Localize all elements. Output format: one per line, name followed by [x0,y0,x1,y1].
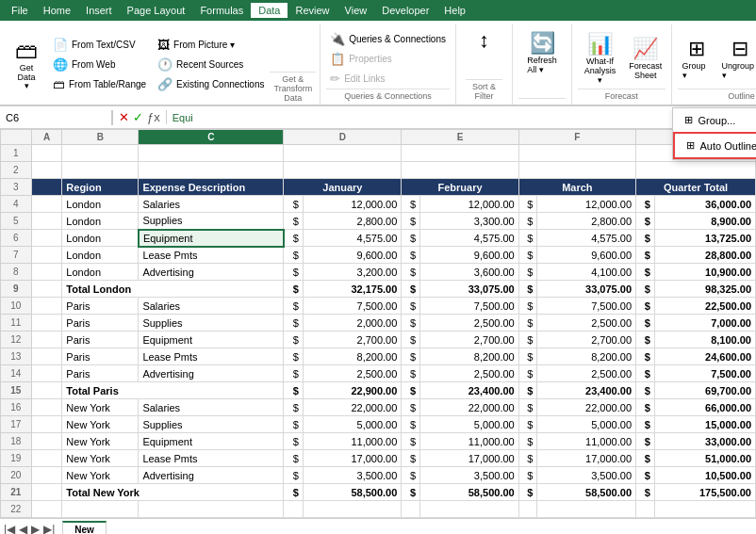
tab-prev-btn[interactable]: ◀ [19,523,27,535]
cell-g12[interactable]: 8,100.00 [654,332,755,348]
cell-g5[interactable]: 8,900.00 [654,213,755,230]
sheet-tab-new[interactable]: New [62,521,107,534]
cell-c19[interactable]: Lease Pmts [139,450,284,467]
cell-a9[interactable] [31,281,62,298]
cell-d3[interactable]: January [284,179,402,196]
cell-e13[interactable]: 8,200.00 [420,348,519,365]
cell-a15[interactable] [31,382,62,399]
col-header-f[interactable]: F [518,130,635,145]
get-data-button[interactable]: 🗃 GetData ▾ [9,35,43,95]
cell-c18[interactable]: Equipment [139,433,284,450]
menu-item-insert[interactable]: Insert [78,3,120,18]
cell-f13-dollar[interactable]: $ [518,348,537,365]
cell-b6[interactable]: London [62,230,139,247]
cell-d20[interactable]: 3,500.00 [303,467,402,484]
cell-g14[interactable]: 7,500.00 [654,365,755,382]
cell-b3[interactable]: Region [62,179,139,196]
formula-input[interactable]: Equi [167,110,756,125]
cell-e20[interactable]: 3,500.00 [420,467,519,484]
col-header-c[interactable]: C [139,130,284,145]
cell-e1[interactable] [402,145,518,162]
cell-c17[interactable]: Supplies [139,416,284,433]
cell-f22[interactable] [518,501,537,518]
cell-f21[interactable]: 58,500.00 [537,484,636,501]
menu-item-review[interactable]: Review [288,3,337,18]
menu-item-formulas[interactable]: Formulas [192,3,251,18]
col-header-b[interactable]: B [62,130,139,145]
cell-e14[interactable]: 2,500.00 [420,365,519,382]
cell-d9[interactable]: 32,175.00 [303,281,402,298]
cell-e6[interactable]: 4,575.00 [420,230,519,247]
cell-f6-dollar[interactable]: $ [518,230,537,247]
cell-c16[interactable]: Salaries [139,399,284,416]
cell-f11-dollar[interactable]: $ [518,315,537,332]
cell-g21[interactable]: 175,500.00 [654,484,755,501]
auto-outline-menu-item[interactable]: ⊞ Auto Outline [673,132,756,159]
cell-g22b[interactable] [654,501,755,518]
cell-c12[interactable]: Equipment [139,332,284,348]
cell-c7[interactable]: Lease Pmts [139,247,284,264]
existing-connections-button[interactable]: 🔗 Existing Connections [154,75,268,93]
cell-d12[interactable]: 2,700.00 [303,332,402,348]
cell-e6-dollar[interactable]: $ [402,230,420,247]
cell-e16-dollar[interactable]: $ [402,399,420,416]
cell-b20[interactable]: New York [62,467,139,484]
cell-a19[interactable] [31,450,62,467]
cell-b19[interactable]: New York [62,450,139,467]
cell-e5[interactable]: 3,300.00 [420,213,519,230]
cell-f18-dollar[interactable]: $ [518,433,537,450]
cell-f4[interactable]: 12,000.00 [537,196,636,213]
cell-e18[interactable]: 11,000.00 [420,433,519,450]
cell-g21-dollar[interactable]: $ [636,484,655,501]
cell-f1[interactable] [518,145,635,162]
properties-button[interactable]: 📋 Properties [326,50,450,68]
cell-f8[interactable]: 4,100.00 [537,264,636,281]
cell-g17[interactable]: 15,000.00 [654,416,755,433]
cell-f14-dollar[interactable]: $ [518,365,537,382]
cell-g8-dollar[interactable]: $ [636,264,655,281]
cell-g22[interactable] [636,501,655,518]
cell-d19-dollar[interactable]: $ [284,450,303,467]
from-text-csv-button[interactable]: 📄 From Text/CSV [49,36,150,54]
from-web-button[interactable]: 🌐 From Web [49,56,150,73]
cell-d17[interactable]: 5,000.00 [303,416,402,433]
cell-g17-dollar[interactable]: $ [636,416,655,433]
cell-g11[interactable]: 7,000.00 [654,315,755,332]
cell-a3[interactable] [31,179,62,196]
cell-a18[interactable] [31,433,62,450]
cell-f8-dollar[interactable]: $ [518,264,537,281]
cell-d22b[interactable] [303,501,402,518]
cell-a1[interactable] [31,145,62,162]
cell-g18-dollar[interactable]: $ [636,433,655,450]
cell-g15-dollar[interactable]: $ [636,382,655,399]
cell-f6[interactable]: 4,575.00 [537,230,636,247]
cell-f15[interactable]: 23,400.00 [537,382,636,399]
cell-e20-dollar[interactable]: $ [402,467,420,484]
cell-f20-dollar[interactable]: $ [518,467,537,484]
cell-f16-dollar[interactable]: $ [518,399,537,416]
cell-c3[interactable]: Expense Description [139,179,284,196]
cell-f7[interactable]: 9,600.00 [537,247,636,264]
cell-g5-dollar[interactable]: $ [636,213,655,230]
cell-e17-dollar[interactable]: $ [402,416,420,433]
cell-g19-dollar[interactable]: $ [636,450,655,467]
cell-d7[interactable]: 9,600.00 [303,247,402,264]
cell-a7[interactable] [31,247,62,264]
cell-g16-dollar[interactable]: $ [636,399,655,416]
cell-b11[interactable]: Paris [62,315,139,332]
cell-d16[interactable]: 22,000.00 [303,399,402,416]
cell-g9-dollar[interactable]: $ [636,281,655,298]
menu-item-pagelayout[interactable]: Page Layout [120,3,193,18]
cell-d13-dollar[interactable]: $ [284,348,303,365]
cell-f11[interactable]: 2,500.00 [537,315,636,332]
cell-b4[interactable]: London [62,196,139,213]
cell-c11[interactable]: Supplies [139,315,284,332]
cell-d21-dollar[interactable]: $ [284,484,303,501]
cell-g16[interactable]: 66,000.00 [654,399,755,416]
cell-c14[interactable]: Advertising [139,365,284,382]
cell-c1[interactable] [139,145,284,162]
group-menu-item[interactable]: ⊞ Group... [673,108,756,132]
cell-f12-dollar[interactable]: $ [518,332,537,348]
cell-g3[interactable]: Quarter Total [636,179,756,196]
cell-d18[interactable]: 11,000.00 [303,433,402,450]
